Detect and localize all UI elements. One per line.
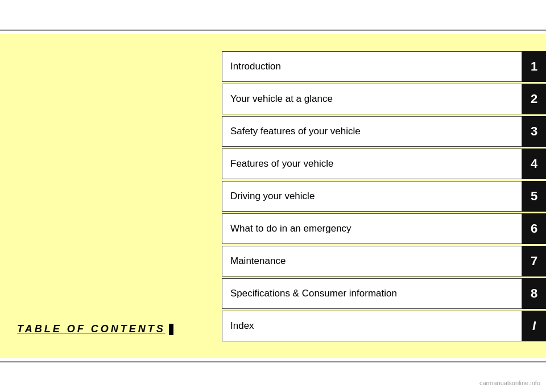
toc-item-label: Introduction (222, 51, 522, 82)
toc-item-number: 2 (522, 84, 546, 114)
toc-title-text: TABLE OF CONTENTS (17, 323, 166, 335)
table-row[interactable]: Specifications & Consumer information8 (222, 278, 546, 309)
table-row[interactable]: IndexI (222, 311, 546, 341)
toc-item-label: Your vehicle at a glance (222, 84, 522, 114)
toc-item-number: 1 (522, 51, 546, 82)
table-row[interactable]: Features of your vehicle4 (222, 148, 546, 179)
table-row[interactable]: Driving your vehicle5 (222, 181, 546, 212)
toc-title: TABLE OF CONTENTS (17, 323, 173, 335)
toc-item-label: Safety features of your vehicle (222, 116, 522, 147)
toc-item-label: Driving your vehicle (222, 181, 522, 212)
toc-item-label: Specifications & Consumer information (222, 278, 522, 309)
table-row[interactable]: Introduction1 (222, 51, 546, 82)
table-row[interactable]: Safety features of your vehicle3 (222, 116, 546, 147)
toc-item-label: Features of your vehicle (222, 148, 522, 179)
table-row[interactable]: Your vehicle at a glance2 (222, 84, 546, 114)
toc-cursor (169, 324, 173, 335)
right-panel: Introduction1Your vehicle at a glance2Sa… (222, 34, 546, 358)
watermark: carmanualsonline.info (479, 379, 540, 386)
main-container: TABLE OF CONTENTS Introduction1Your vehi… (0, 34, 546, 358)
bottom-divider (0, 361, 546, 362)
watermark-text: carmanualsonline.info (479, 379, 540, 386)
left-panel: TABLE OF CONTENTS (0, 34, 222, 358)
toc-item-number: 4 (522, 148, 546, 179)
toc-item-label: What to do in an emergency (222, 213, 522, 244)
toc-item-label: Maintenance (222, 246, 522, 277)
top-divider (0, 30, 546, 31)
toc-item-label: Index (222, 311, 522, 341)
toc-item-number: 8 (522, 278, 546, 309)
toc-item-number: I (522, 311, 546, 341)
toc-item-number: 5 (522, 181, 546, 212)
toc-item-number: 7 (522, 246, 546, 277)
table-row[interactable]: What to do in an emergency6 (222, 213, 546, 244)
toc-item-number: 6 (522, 213, 546, 244)
table-row[interactable]: Maintenance7 (222, 246, 546, 277)
toc-item-number: 3 (522, 116, 546, 147)
